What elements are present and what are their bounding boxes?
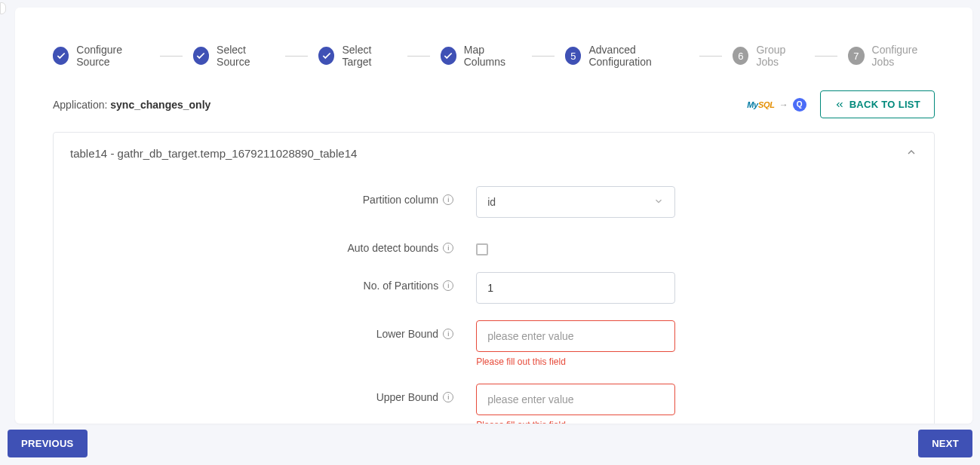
step-connector bbox=[160, 56, 183, 57]
step-circle bbox=[318, 47, 334, 65]
lower-bound-error: Please fill out this field bbox=[476, 356, 934, 367]
step-circle: 6 bbox=[733, 47, 748, 65]
application-label: Application: sync_changes_only bbox=[53, 99, 210, 111]
step-circle bbox=[193, 47, 209, 65]
step-configure-source[interactable]: Configure Source bbox=[53, 44, 149, 68]
step-label: Configure Jobs bbox=[872, 44, 935, 68]
info-icon[interactable]: i bbox=[443, 392, 453, 402]
arrow-icon: → bbox=[779, 99, 788, 110]
info-icon[interactable]: i bbox=[443, 243, 453, 253]
step-select-source[interactable]: Select Source bbox=[193, 44, 275, 68]
label-auto-detect: Auto detect bounds i bbox=[54, 234, 476, 254]
step-circle bbox=[441, 47, 456, 65]
control-col: Please fill out this field bbox=[476, 320, 934, 367]
accordion-title: table14 - gathr_db_target.temp_167921102… bbox=[70, 147, 357, 160]
row-upper-bound: Upper Bound i Please fill out this field bbox=[54, 384, 934, 424]
label-text: No. of Partitions bbox=[364, 280, 439, 292]
step-label: Select Source bbox=[217, 44, 275, 68]
chevron-double-left-icon bbox=[834, 99, 845, 110]
previous-button[interactable]: PREVIOUS bbox=[8, 430, 88, 457]
row-partition-column: Partition column i id bbox=[54, 186, 934, 218]
chevron-up-icon bbox=[905, 146, 917, 161]
info-icon[interactable]: i bbox=[443, 280, 453, 291]
chevron-down-icon bbox=[653, 196, 664, 209]
auto-detect-checkbox[interactable] bbox=[476, 243, 488, 255]
num-partitions-input[interactable] bbox=[476, 272, 675, 304]
step-configure-jobs[interactable]: 7 Configure Jobs bbox=[848, 44, 935, 68]
step-circle bbox=[53, 47, 69, 65]
accordion-header[interactable]: table14 - gathr_db_target.temp_167921102… bbox=[54, 133, 934, 174]
label-upper-bound: Upper Bound i bbox=[54, 384, 476, 403]
step-group-jobs[interactable]: 6 Group Jobs bbox=[733, 44, 804, 68]
step-label: Map Columns bbox=[464, 44, 521, 68]
sidebar-collapse-handle[interactable] bbox=[0, 2, 6, 14]
back-button-label: BACK TO LIST bbox=[849, 99, 920, 110]
lower-bound-input[interactable] bbox=[476, 320, 675, 352]
control-col: id bbox=[476, 186, 934, 218]
step-connector bbox=[699, 56, 722, 57]
flow-icons: MySQL → Q bbox=[747, 98, 806, 112]
step-label: Group Jobs bbox=[756, 44, 804, 68]
select-value: id bbox=[487, 196, 496, 208]
label-text: Auto detect bounds bbox=[348, 242, 439, 254]
check-icon bbox=[443, 50, 453, 61]
step-label: Select Target bbox=[342, 44, 396, 68]
back-to-list-button[interactable]: BACK TO LIST bbox=[820, 90, 935, 118]
step-advanced-configuration[interactable]: 5 Advanced Configuration bbox=[565, 44, 689, 68]
label-partition-column: Partition column i bbox=[54, 186, 476, 206]
info-icon[interactable]: i bbox=[443, 194, 453, 205]
step-select-target[interactable]: Select Target bbox=[318, 44, 396, 68]
step-connector bbox=[407, 56, 430, 57]
application-name: sync_changes_only bbox=[110, 99, 210, 111]
partition-column-select[interactable]: id bbox=[476, 186, 675, 218]
check-icon bbox=[321, 50, 332, 61]
next-button[interactable]: NEXT bbox=[918, 430, 972, 457]
footer-bar: PREVIOUS NEXT bbox=[8, 430, 972, 457]
step-connector bbox=[815, 56, 837, 57]
application-row: Application: sync_changes_only MySQL → Q… bbox=[15, 83, 972, 132]
main-card: Configure Source Select Source Select Ta… bbox=[15, 8, 972, 424]
check-icon bbox=[195, 50, 206, 61]
row-lower-bound: Lower Bound i Please fill out this field bbox=[54, 320, 934, 367]
step-label: Configure Source bbox=[76, 44, 149, 68]
row-auto-detect: Auto detect bounds i bbox=[54, 234, 934, 255]
label-text: Upper Bound bbox=[376, 391, 439, 403]
application-prefix: Application: bbox=[53, 99, 110, 111]
control-col: Please fill out this field bbox=[476, 384, 934, 424]
accordion-body: Partition column i id Auto detect bounds… bbox=[54, 174, 934, 424]
upper-bound-error: Please fill out this field bbox=[476, 420, 934, 424]
control-col bbox=[476, 272, 934, 304]
label-num-partitions: No. of Partitions i bbox=[54, 272, 476, 292]
mysql-icon: MySQL bbox=[747, 100, 774, 109]
step-label: Advanced Configuration bbox=[588, 44, 689, 68]
accordion-panel: table14 - gathr_db_target.temp_167921102… bbox=[53, 132, 935, 424]
check-icon bbox=[56, 50, 66, 61]
step-map-columns[interactable]: Map Columns bbox=[441, 44, 522, 68]
app-right: MySQL → Q BACK TO LIST bbox=[747, 90, 935, 118]
step-connector bbox=[285, 56, 308, 57]
target-icon: Q bbox=[793, 98, 806, 112]
step-connector bbox=[532, 56, 555, 57]
label-text: Lower Bound bbox=[376, 328, 439, 340]
control-col bbox=[476, 234, 934, 255]
label-text: Partition column bbox=[363, 194, 438, 206]
step-circle: 7 bbox=[848, 47, 864, 65]
step-circle: 5 bbox=[565, 47, 581, 65]
row-num-partitions: No. of Partitions i bbox=[54, 272, 934, 304]
upper-bound-input[interactable] bbox=[476, 384, 675, 415]
stepper: Configure Source Select Source Select Ta… bbox=[15, 8, 972, 83]
info-icon[interactable]: i bbox=[443, 329, 453, 339]
label-lower-bound: Lower Bound i bbox=[54, 320, 476, 340]
